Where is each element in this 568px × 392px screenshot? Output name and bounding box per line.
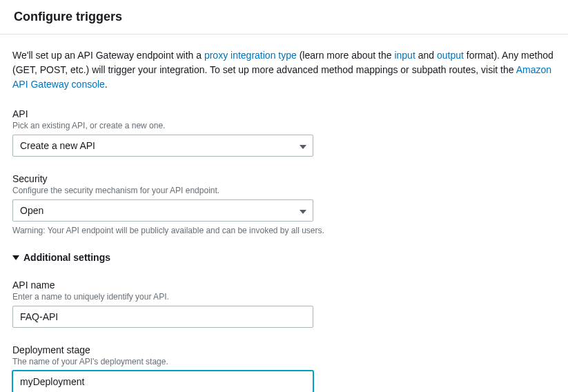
api-name-field-group: API name Enter a name to uniquely identi… — [12, 280, 554, 328]
input-link[interactable]: input — [394, 50, 415, 61]
deployment-stage-input[interactable] — [12, 371, 313, 392]
intro-text-5: . — [105, 79, 108, 90]
security-description: Configure the security mechanism for you… — [12, 186, 554, 195]
api-description: Pick an existing API, or create a new on… — [12, 121, 554, 130]
api-name-description: Enter a name to uniquely identify your A… — [12, 292, 554, 302]
additional-settings-toggle[interactable]: Additional settings — [12, 252, 554, 263]
api-label: API — [12, 108, 554, 119]
api-name-label: API name — [12, 280, 554, 291]
deployment-stage-field-group: Deployment stage The name of your API's … — [12, 344, 554, 392]
security-label: Security — [12, 173, 554, 184]
api-name-input[interactable] — [12, 306, 313, 328]
security-select[interactable]: Open — [12, 199, 313, 222]
page-header: Configure triggers — [0, 0, 568, 35]
intro-paragraph: We'll set up an API Gateway endpoint wit… — [12, 48, 554, 92]
content-area: We'll set up an API Gateway endpoint wit… — [0, 35, 568, 392]
deployment-stage-description: The name of your API's deployment stage. — [12, 357, 554, 366]
security-field-group: Security Configure the security mechanis… — [12, 173, 554, 235]
page-title: Configure triggers — [14, 10, 554, 24]
api-select-wrapper: Create a new API — [12, 135, 313, 157]
security-warning: Warning: Your API endpoint will be publi… — [12, 226, 554, 235]
caret-down-icon — [12, 252, 19, 263]
deployment-stage-label: Deployment stage — [12, 344, 554, 355]
intro-text-3: and — [415, 50, 437, 61]
security-select-wrapper: Open — [12, 199, 313, 222]
api-select[interactable]: Create a new API — [12, 135, 313, 157]
output-link[interactable]: output — [437, 50, 464, 61]
proxy-integration-link[interactable]: proxy integration type — [204, 50, 297, 61]
api-field-group: API Pick an existing API, or create a ne… — [12, 108, 554, 157]
intro-text-2: (learn more about the — [297, 50, 395, 61]
intro-text-1: We'll set up an API Gateway endpoint wit… — [12, 50, 204, 61]
additional-settings-label: Additional settings — [23, 252, 110, 263]
